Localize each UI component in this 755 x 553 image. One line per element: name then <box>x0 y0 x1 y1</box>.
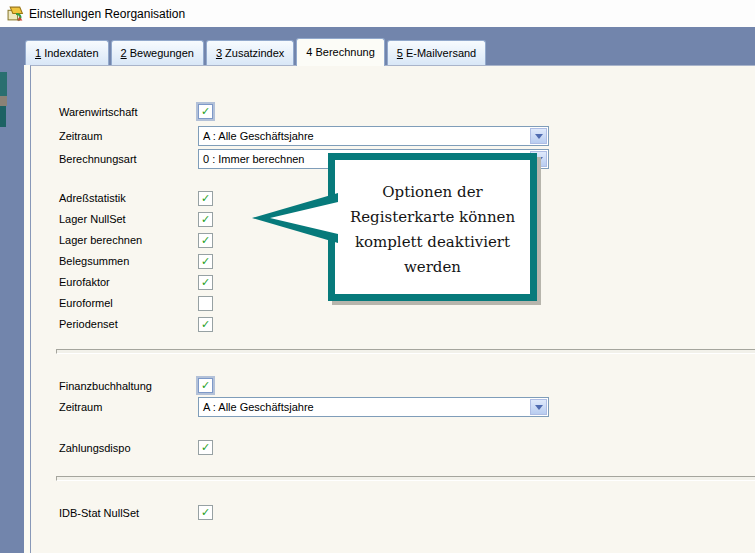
zeitraum-combobox[interactable]: A : Alle Geschäftsjahre <box>198 126 549 146</box>
idb-stat-nullset-label: IDB-Stat NullSet <box>59 507 139 519</box>
annotation-text: Optionen der Registerkarte können komple… <box>335 160 530 280</box>
periodenset-checkbox[interactable]: ✓ <box>198 317 213 332</box>
tab-label: Indexdaten <box>44 47 98 59</box>
separator <box>56 476 755 481</box>
lager-berechnen-label: Lager berechnen <box>59 234 142 246</box>
chevron-down-icon <box>535 405 543 410</box>
euroformel-label: Euroformel <box>59 297 113 309</box>
zeitraum-label: Zeitraum <box>59 130 102 142</box>
belegsummen-checkbox[interactable]: ✓ <box>198 254 213 269</box>
annotation-line: Optionen der <box>335 180 530 205</box>
checkmark-icon: ✓ <box>201 255 210 268</box>
checkmark-icon: ✓ <box>201 213 210 226</box>
window-titlebar: Einstellungen Reorganisation <box>0 0 755 27</box>
tab-mnemonic: 4 <box>306 46 312 58</box>
tab-label: E-Mailversand <box>406 47 476 59</box>
checkmark-icon: ✓ <box>201 234 210 247</box>
annotation-line: komplett deaktiviert <box>335 230 530 255</box>
checkmark-icon: ✓ <box>201 276 210 289</box>
eurofaktor-checkbox[interactable]: ✓ <box>198 275 213 290</box>
warenwirtschaft-checkbox[interactable]: ✓ <box>198 104 213 119</box>
berechnungsart-value: 0 : Immer berechnen <box>203 153 305 165</box>
checkmark-icon: ✓ <box>201 105 210 118</box>
checkmark-icon: ✓ <box>201 441 210 454</box>
tab-mnemonic: 3 <box>216 47 222 59</box>
checkmark-icon: ✓ <box>201 506 210 519</box>
lager-nullset-label: Lager NullSet <box>59 213 126 225</box>
tab-berechnung[interactable]: 4Berechnung <box>296 38 384 66</box>
tab-mnemonic: 5 <box>397 47 403 59</box>
annotation-callout: Optionen der Registerkarte können komple… <box>328 153 537 301</box>
lager-nullset-checkbox[interactable]: ✓ <box>198 212 213 227</box>
tab-mnemonic: 2 <box>121 47 127 59</box>
annotation-line: Registerkarte können <box>335 205 530 230</box>
adressstatistik-checkbox[interactable]: ✓ <box>198 191 213 206</box>
tab-label: Zusatzindex <box>225 47 284 59</box>
zeitraum2-value: A : Alle Geschäftsjahre <box>203 401 314 413</box>
checkmark-icon: ✓ <box>201 192 210 205</box>
left-edge-artifact <box>0 72 7 96</box>
berechnungsart-label: Berechnungsart <box>59 153 137 165</box>
left-edge-artifact <box>0 106 6 127</box>
left-margin-strip <box>0 65 24 553</box>
eurofaktor-label: Eurofaktor <box>59 276 110 288</box>
belegsummen-label: Belegsummen <box>59 255 129 267</box>
checkmark-icon: ✓ <box>201 379 210 392</box>
periodenset-label: Periodenset <box>59 318 118 330</box>
adressstatistik-label: Adreßstatistik <box>59 192 126 204</box>
zahlungsdispo-checkbox[interactable]: ✓ <box>198 440 213 455</box>
separator <box>56 349 755 354</box>
zeitraum2-label: Zeitraum <box>59 401 102 413</box>
window-title: Einstellungen Reorganisation <box>29 7 185 21</box>
zeitraum2-combobox[interactable]: A : Alle Geschäftsjahre <box>198 397 549 417</box>
checkmark-icon: ✓ <box>201 318 210 331</box>
finanzbuchhaltung-checkbox[interactable]: ✓ <box>198 378 213 393</box>
tab-e-mailversand[interactable]: 5E-Mailversand <box>387 40 486 65</box>
tab-zusatzindex[interactable]: 3Zusatzindex <box>206 40 294 65</box>
zahlungsdispo-label: Zahlungsdispo <box>59 442 131 454</box>
chevron-down-icon <box>535 134 543 139</box>
tab-bewegungen[interactable]: 2Bewegungen <box>111 40 204 65</box>
tab-strip: 1Indexdaten 2Bewegungen 3Zusatzindex 4Be… <box>25 38 488 66</box>
tab-page-berechnung: Warenwirtschaft ✓ Zeitraum A : Alle Gesc… <box>30 65 755 553</box>
tab-label: Berechnung <box>315 46 374 58</box>
tab-label: Bewegungen <box>130 47 194 59</box>
finanzbuchhaltung-label: Finanzbuchhaltung <box>59 380 152 392</box>
dropdown-button[interactable] <box>530 128 547 144</box>
left-edge-artifact <box>0 96 7 106</box>
tab-indexdaten[interactable]: 1Indexdaten <box>25 40 109 65</box>
lager-berechnen-checkbox[interactable]: ✓ <box>198 233 213 248</box>
dropdown-button[interactable] <box>530 399 547 415</box>
tab-mnemonic: 1 <box>35 47 41 59</box>
euroformel-checkbox[interactable] <box>198 296 213 311</box>
zeitraum-value: A : Alle Geschäftsjahre <box>203 130 314 142</box>
annotation-line: werden <box>335 255 530 280</box>
idb-stat-nullset-checkbox[interactable]: ✓ <box>198 505 213 520</box>
warenwirtschaft-label: Warenwirtschaft <box>59 106 137 118</box>
callout-arrow-icon <box>248 192 338 244</box>
app-icon <box>7 5 24 22</box>
